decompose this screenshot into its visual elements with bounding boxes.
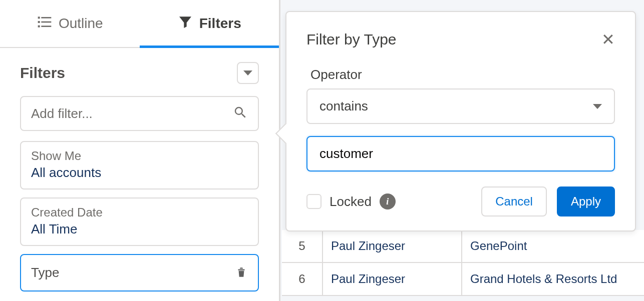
filter-block-show-me[interactable]: Show Me All accounts <box>20 141 259 190</box>
svg-rect-3 <box>41 21 51 22</box>
row-account[interactable]: Grand Hotels & Resorts Ltd <box>462 263 644 295</box>
svg-rect-2 <box>38 21 40 23</box>
trash-icon[interactable] <box>235 266 248 280</box>
filter-created-date-label: Created Date <box>31 206 248 220</box>
cancel-button[interactable]: Cancel <box>481 186 547 216</box>
row-account[interactable]: GenePoint <box>462 230 644 262</box>
svg-rect-4 <box>38 25 40 27</box>
table-row[interactable]: 5 Paul Zingeser GenePoint <box>282 230 644 263</box>
operator-value: contains <box>319 98 368 114</box>
filter-type-label: Type <box>31 265 59 280</box>
row-owner[interactable]: Paul Zingeser <box>323 230 462 262</box>
filter-popover: Filter by Type ✕ Operator contains Locke… <box>285 11 636 232</box>
filter-show-me-value: All accounts <box>31 165 248 180</box>
filters-panel-title: Filters <box>20 64 65 82</box>
filter-value-input[interactable] <box>306 136 615 172</box>
chevron-down-icon <box>243 70 252 76</box>
add-filter-input[interactable] <box>31 106 233 122</box>
tab-filters-label: Filters <box>199 16 241 32</box>
add-filter-input-wrap[interactable] <box>20 96 259 131</box>
close-button[interactable]: ✕ <box>601 30 615 49</box>
filter-block-type[interactable]: Type <box>20 254 259 292</box>
tab-outline[interactable]: Outline <box>0 0 140 47</box>
info-icon[interactable]: i <box>380 194 396 210</box>
outline-icon <box>37 14 53 34</box>
operator-select[interactable]: contains <box>306 88 615 124</box>
filter-created-date-value: All Time <box>31 222 248 237</box>
tab-filters[interactable]: Filters <box>140 0 279 47</box>
tab-outline-label: Outline <box>59 16 103 32</box>
filter-block-created-date[interactable]: Created Date All Time <box>20 198 259 246</box>
close-icon: ✕ <box>601 30 615 48</box>
filter-icon <box>177 14 193 34</box>
chevron-down-icon <box>593 104 602 109</box>
operator-label: Operator <box>306 67 615 82</box>
search-icon <box>233 105 248 122</box>
apply-button[interactable]: Apply <box>557 186 615 216</box>
row-number: 5 <box>282 230 323 262</box>
svg-rect-5 <box>41 26 51 27</box>
row-number: 6 <box>282 263 323 295</box>
svg-rect-0 <box>38 16 40 18</box>
filters-menu-button[interactable] <box>237 62 259 84</box>
svg-rect-1 <box>41 17 51 18</box>
table-row[interactable]: 6 Paul Zingeser Grand Hotels & Resorts L… <box>282 263 644 296</box>
popover-title: Filter by Type <box>306 31 397 48</box>
locked-checkbox[interactable] <box>306 194 321 209</box>
filter-show-me-label: Show Me <box>31 149 248 163</box>
row-owner[interactable]: Paul Zingeser <box>323 263 462 295</box>
locked-label: Locked <box>330 194 372 210</box>
